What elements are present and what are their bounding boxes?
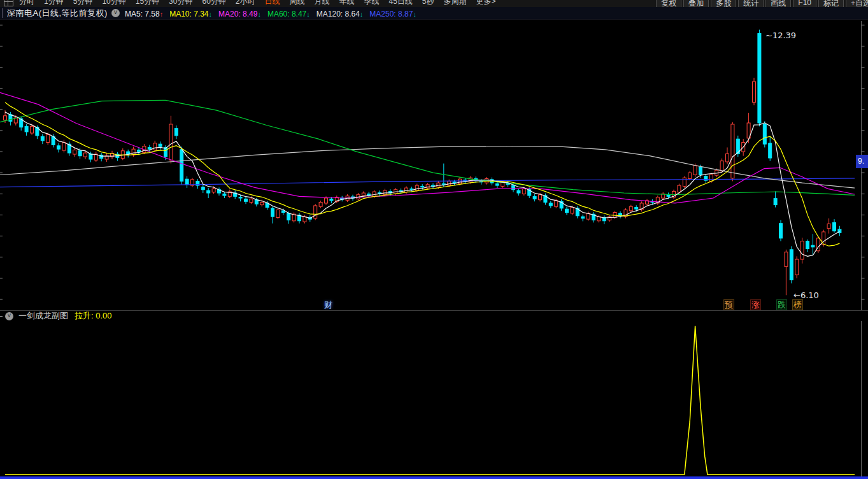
candle-body xyxy=(731,124,734,178)
candle-body xyxy=(566,209,569,212)
candle-body xyxy=(753,82,756,102)
candle-body xyxy=(688,173,692,178)
candle-body xyxy=(223,194,226,196)
candle-body xyxy=(555,201,558,206)
candle-body xyxy=(410,189,413,189)
low-price-label: ←6.10 xyxy=(793,290,819,300)
candle-body xyxy=(281,211,285,213)
candle-body xyxy=(694,166,697,175)
candle-body xyxy=(421,186,424,187)
candle-body xyxy=(245,199,248,201)
candle-body xyxy=(549,203,552,206)
ranking-icon[interactable]: 榜 xyxy=(792,299,803,310)
candle-body xyxy=(539,195,542,200)
candle-body xyxy=(495,183,499,185)
chart-canvas[interactable] xyxy=(0,0,868,479)
candle-body xyxy=(314,206,317,218)
candle-body xyxy=(57,146,60,149)
axis-price-badge: 9. xyxy=(856,155,868,168)
candle-body xyxy=(153,143,157,150)
candle-body xyxy=(31,126,34,133)
candle-body xyxy=(62,143,66,151)
candle-body xyxy=(533,196,536,199)
candle-body xyxy=(795,259,799,275)
candle-body xyxy=(180,150,183,182)
candle-body xyxy=(174,129,178,136)
candle-body xyxy=(571,208,574,213)
candle-body xyxy=(522,189,525,194)
candle-body xyxy=(287,213,290,220)
sub-chart-header: ˅ 一剑成龙副图 拉升: 0.00 xyxy=(0,311,868,321)
candle-body xyxy=(415,185,418,190)
candle-body xyxy=(629,206,632,211)
candle-body xyxy=(250,199,253,202)
left-tick xyxy=(0,316,3,317)
candle-body xyxy=(212,189,215,192)
candle-body xyxy=(271,208,274,217)
candle-body xyxy=(800,241,804,259)
candle-body xyxy=(774,199,777,205)
candle-body xyxy=(4,116,7,120)
candle-body xyxy=(678,185,681,192)
window-bottom-edge xyxy=(0,476,868,479)
candle-body xyxy=(769,143,772,158)
candle-body xyxy=(517,190,520,193)
candle-body xyxy=(785,252,788,267)
candle-body xyxy=(164,147,167,157)
candle-body xyxy=(25,126,28,132)
candle-body xyxy=(239,197,242,198)
high-price-label: ~12.39 xyxy=(765,31,796,40)
gainers-icon[interactable]: 涨 xyxy=(750,299,761,310)
candle-body xyxy=(138,150,141,152)
candle-body xyxy=(41,136,44,141)
candle-body xyxy=(699,167,702,175)
candle-body xyxy=(720,161,723,171)
candle-body xyxy=(581,217,585,218)
candle-body xyxy=(325,198,328,203)
candle-body xyxy=(159,144,162,147)
candle-body xyxy=(330,199,333,201)
candle-body xyxy=(806,241,809,249)
finance-news-icon[interactable]: 财 xyxy=(324,300,333,310)
candle-body xyxy=(78,151,82,156)
candle-body xyxy=(635,208,638,210)
indicator-line xyxy=(5,326,855,475)
candle-body xyxy=(84,153,87,157)
candle-body xyxy=(833,222,836,231)
candle-body xyxy=(442,183,445,184)
candle-body xyxy=(405,188,408,192)
candle-body xyxy=(827,224,830,228)
candle-body xyxy=(453,182,456,183)
candle-body xyxy=(448,181,451,185)
candle-body xyxy=(169,124,173,160)
candle-body xyxy=(726,154,729,162)
candle-body xyxy=(319,203,322,207)
candle-body xyxy=(459,179,462,183)
candle-body xyxy=(811,245,815,247)
candle-body xyxy=(185,179,189,185)
candle-body xyxy=(201,187,204,190)
forecast-icon[interactable]: 预 xyxy=(723,299,734,310)
ma-line-MA10 xyxy=(5,103,839,247)
candle-body xyxy=(790,250,793,280)
candle-body xyxy=(362,193,365,196)
candle-body xyxy=(276,210,280,218)
candle-body xyxy=(758,34,761,123)
candle-body xyxy=(46,135,50,143)
candle-body xyxy=(667,195,670,197)
sub-collapse-chevron-icon[interactable]: ˅ xyxy=(5,312,13,320)
candle-body xyxy=(132,149,135,155)
ma-line-MA5 xyxy=(5,112,839,256)
candle-body xyxy=(255,200,258,204)
indicator-name[interactable]: 一剑成龙副图 xyxy=(18,310,68,322)
indicator-readout: 拉升: 0.00 xyxy=(75,310,112,322)
candle-body xyxy=(148,147,151,149)
candle-body xyxy=(73,150,76,154)
candle-body xyxy=(779,224,783,238)
candle-body xyxy=(763,124,766,144)
losers-icon[interactable]: 跌 xyxy=(776,299,787,310)
trading-app-window: 分时1分钟5分钟10分钟15分钟30分钟60分钟2小时日线周线月线年线季线45日… xyxy=(0,0,868,479)
candle-body xyxy=(207,190,210,193)
candle-body xyxy=(260,203,264,205)
candle-body xyxy=(709,175,713,182)
